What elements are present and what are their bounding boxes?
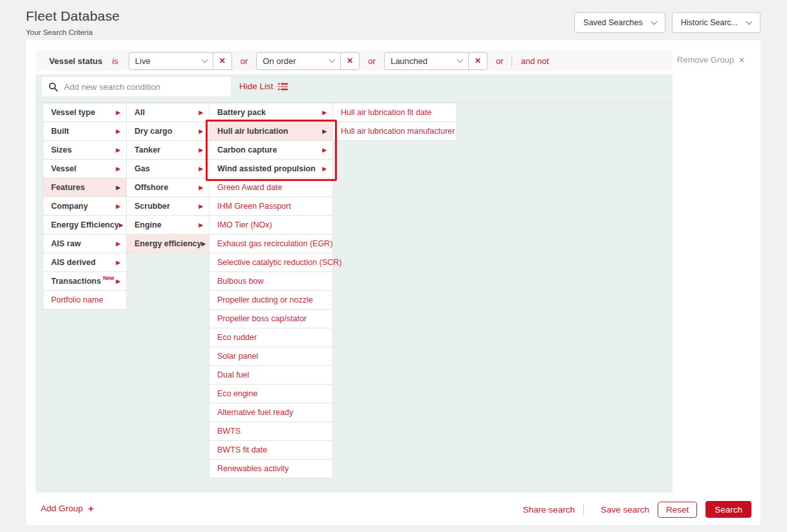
menu-item-label: BWTS fit date [217,445,267,454]
share-search-link[interactable]: Share search [523,505,575,515]
historic-searches-label: Historic Searc... [681,18,738,27]
menu-item-all[interactable]: All▶ [126,103,210,122]
menu-item-ais-raw[interactable]: AIS raw▶ [43,234,127,253]
submenu-arrow-icon: ▶ [199,147,203,153]
menu-item-label: Portfolio name [51,295,103,304]
add-group-button[interactable]: Add Group + [41,504,94,513]
menu-item-green-award-date[interactable]: Green Award date [209,178,333,197]
menu-item-label: Dry cargo [135,127,172,136]
submenu-arrow-icon: ▶ [116,241,120,247]
submenu-arrow-icon: ▶ [322,129,327,134]
menu-item-propeller-ducting-or-nozzle[interactable]: Propeller ducting or nozzle [209,290,333,310]
menu-item-label: Sizes [51,145,72,154]
condition-dropdown-live[interactable]: Live✕ [129,52,232,70]
menu-item-offshore[interactable]: Offshore▶ [126,178,210,197]
condition-list-area: Hide List Vessel type▶Built▶Sizes▶Vessel… [36,74,673,493]
menu-item-vessel-type[interactable]: Vessel type▶ [43,103,127,122]
menu-item-gas[interactable]: Gas▶ [126,159,210,178]
search-condition-input[interactable] [64,82,224,92]
menu-item-bulbous-bow[interactable]: Bulbous bow [209,271,333,291]
menu-item-label: Bulbous bow [217,277,264,286]
menu-item-label: Offshore [135,183,168,192]
menu-item-hull-air-lubrication-fit-date[interactable]: Hull air lubrication fit date [332,103,457,122]
menu-item-ihm-green-passport[interactable]: IHM Green Passport [209,197,333,216]
conditions-strip: Live✕orOn order✕orLaunched✕orand not [129,52,549,70]
operator-label: is [112,56,118,66]
menu-item-eco-rudder[interactable]: Eco rudder [209,328,333,347]
menu-item-sizes[interactable]: Sizes▶ [43,140,127,160]
submenu-arrow-icon: ▶ [322,166,327,172]
menu-item-tanker[interactable]: Tanker▶ [126,140,210,160]
condition-value: Launched [385,56,458,66]
menu-item-portfolio-name[interactable]: Portfolio name [43,290,127,310]
remove-group-button[interactable]: Remove Group ✕ [677,55,745,65]
hide-list-button[interactable]: Hide List [239,81,288,91]
reset-button[interactable]: Reset [658,502,697,518]
menu-item-eco-engine[interactable]: Eco engine [209,384,333,403]
menu-item-carbon-capture[interactable]: Carbon capture▶ [209,140,333,160]
menu-item-transactions[interactable]: TransactionsNew▶ [43,271,127,291]
menu-item-exhaust-gas-recirculation-egr[interactable]: Exhaust gas recirculation (EGR) [209,234,333,253]
condition-dropdown-on-order[interactable]: On order✕ [256,52,360,70]
menu-item-engine[interactable]: Engine▶ [126,215,210,235]
field-label: Vessel status [49,56,102,66]
menu-item-imo-tier-nox[interactable]: IMO Tier (NOx) [209,215,333,235]
menu-item-energy-efficiency[interactable]: Energy Efficiency▶ [43,215,127,235]
divider [512,56,512,67]
menu-item-propeller-boss-cap-stator[interactable]: Propeller boss cap/stator [209,309,333,328]
menu-item-company[interactable]: Company▶ [43,197,127,216]
menu-item-label: Alternative fuel ready [217,408,293,417]
menu-item-selective-catalytic-reduction-scr[interactable]: Selective catalytic reduction (SCR) [209,253,333,272]
menu-item-label: AIS derived [51,258,96,267]
save-search-link[interactable]: Save search [601,505,649,515]
condition-group-row: Vessel status is Live✕orOn order✕orLaunc… [36,50,673,71]
menu-item-battery-pack[interactable]: Battery pack▶ [209,103,333,122]
menu-item-features[interactable]: Features▶ [43,178,127,197]
submenu-arrow-icon: ▶ [116,185,120,191]
fleet-database-page: { "page": { "title": "Fleet Database", "… [0,0,787,532]
menu-item-scrubber[interactable]: Scrubber▶ [126,197,210,216]
menu-item-dual-fuel[interactable]: Dual fuel [209,365,333,385]
menu-item-label: Eco rudder [217,333,257,342]
menu-item-dry-cargo[interactable]: Dry cargo▶ [126,122,210,141]
menu-item-hull-air-lubrication-manufacturer[interactable]: Hull air lubrication manufacturer [332,122,457,141]
search-condition-box [42,77,231,96]
remove-condition-button[interactable]: ✕ [340,53,359,69]
menu-item-label: Green Award date [217,183,283,192]
menu-item-alternative-fuel-ready[interactable]: Alternative fuel ready [209,403,333,422]
remove-condition-button[interactable]: ✕ [468,53,487,69]
search-criteria-panel: Vessel status is Live✕orOn order✕orLaunc… [26,40,760,525]
menu-item-vessel[interactable]: Vessel▶ [43,159,127,178]
menu-item-renewables-activity[interactable]: Renewables activity [209,459,333,478]
menu-item-label: Propeller ducting or nozzle [217,295,313,304]
submenu-arrow-icon: ▶ [116,166,120,172]
condition-value: Live [129,56,202,66]
submenu-arrow-icon: ▶ [116,260,120,266]
saved-searches-dropdown[interactable]: Saved Searches [574,12,665,33]
menu-item-energy-efficiency[interactable]: Energy efficiency▶ [126,234,210,253]
condition-dropdown-launched[interactable]: Launched✕ [384,52,488,70]
menu-item-label: Built [51,127,69,136]
and-not-link[interactable]: and not [521,56,548,66]
menu-item-label: Company [51,202,88,211]
menu-item-hull-air-lubrication[interactable]: Hull air lubrication▶ [209,122,333,141]
menu-item-label: Scrubber [135,202,170,211]
menu-item-label: Vessel [51,164,76,173]
historic-searches-dropdown[interactable]: Historic Searc... [672,12,760,33]
menu-item-built[interactable]: Built▶ [43,122,127,141]
menu-item-ais-derived[interactable]: AIS derived▶ [43,253,127,272]
chevron-down-icon [746,18,753,25]
submenu-arrow-icon: ▶ [202,241,206,247]
search-icon [49,82,58,92]
remove-condition-button[interactable]: ✕ [213,53,232,69]
menu-item-bwts-fit-date[interactable]: BWTS fit date [209,440,333,460]
or-label: or [368,56,376,66]
footer-actions: Share search Save search Reset Search [523,501,751,518]
menu-column-1: Vessel type▶Built▶Sizes▶Vessel▶Features▶… [43,103,127,310]
menu-item-solar-panel[interactable]: Solar panel [209,346,333,366]
menu-item-wind-assisted-propulsion[interactable]: Wind assisted propulsion▶ [209,159,333,178]
submenu-arrow-icon: ▶ [199,185,203,191]
menu-item-bwts[interactable]: BWTS [209,421,333,441]
menu-item-label: Battery pack [217,108,266,117]
search-button[interactable]: Search [706,501,751,518]
